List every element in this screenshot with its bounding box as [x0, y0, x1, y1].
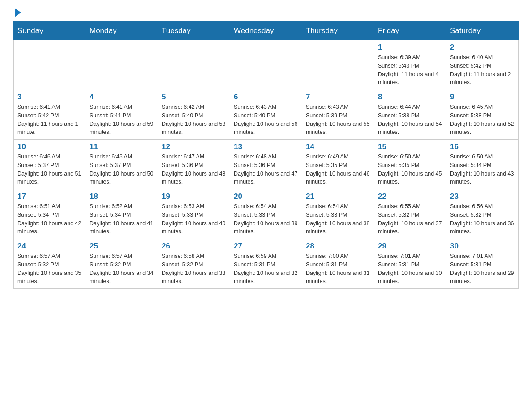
day-cell: 10Sunrise: 6:46 AM Sunset: 5:37 PM Dayli…	[14, 140, 86, 189]
weekday-header-wednesday: Wednesday	[230, 22, 302, 40]
day-cell: 1Sunrise: 6:39 AM Sunset: 5:43 PM Daylig…	[374, 40, 446, 90]
day-info: Sunrise: 6:43 AM Sunset: 5:40 PM Dayligh…	[234, 103, 298, 137]
day-info: Sunrise: 6:44 AM Sunset: 5:38 PM Dayligh…	[378, 103, 442, 137]
day-number: 23	[450, 192, 515, 201]
day-cell: 15Sunrise: 6:50 AM Sunset: 5:35 PM Dayli…	[374, 140, 446, 189]
weekday-header-row: SundayMondayTuesdayWednesdayThursdayFrid…	[14, 22, 519, 40]
weekday-header-thursday: Thursday	[302, 22, 374, 40]
day-number: 4	[90, 93, 154, 102]
day-cell: 8Sunrise: 6:44 AM Sunset: 5:38 PM Daylig…	[374, 90, 446, 140]
day-number: 18	[90, 192, 154, 201]
day-info: Sunrise: 6:43 AM Sunset: 5:39 PM Dayligh…	[306, 103, 370, 137]
day-cell: 27Sunrise: 6:59 AM Sunset: 5:31 PM Dayli…	[230, 239, 302, 289]
day-number: 14	[306, 142, 370, 151]
day-info: Sunrise: 6:56 AM Sunset: 5:32 PM Dayligh…	[450, 202, 515, 236]
day-number: 3	[17, 93, 82, 102]
day-number: 6	[234, 93, 298, 102]
day-cell: 5Sunrise: 6:42 AM Sunset: 5:40 PM Daylig…	[158, 90, 230, 140]
day-cell: 29Sunrise: 7:01 AM Sunset: 5:31 PM Dayli…	[374, 239, 446, 289]
day-info: Sunrise: 6:40 AM Sunset: 5:42 PM Dayligh…	[450, 53, 515, 87]
logo-arrow-icon	[15, 8, 21, 17]
day-info: Sunrise: 6:46 AM Sunset: 5:37 PM Dayligh…	[17, 153, 82, 186]
day-cell: 18Sunrise: 6:52 AM Sunset: 5:34 PM Dayli…	[86, 189, 158, 239]
weekday-header-tuesday: Tuesday	[158, 22, 230, 40]
day-info: Sunrise: 6:58 AM Sunset: 5:32 PM Dayligh…	[162, 252, 226, 286]
day-cell: 11Sunrise: 6:46 AM Sunset: 5:37 PM Dayli…	[86, 140, 158, 189]
day-info: Sunrise: 6:57 AM Sunset: 5:32 PM Dayligh…	[90, 252, 154, 286]
day-cell: 19Sunrise: 6:53 AM Sunset: 5:33 PM Dayli…	[158, 189, 230, 239]
day-number: 26	[162, 242, 226, 251]
day-number: 7	[306, 93, 370, 102]
day-info: Sunrise: 6:54 AM Sunset: 5:33 PM Dayligh…	[306, 202, 370, 236]
day-number: 9	[450, 93, 515, 102]
day-cell: 17Sunrise: 6:51 AM Sunset: 5:34 PM Dayli…	[14, 189, 86, 239]
day-number: 1	[378, 43, 442, 52]
calendar-table: SundayMondayTuesdayWednesdayThursdayFrid…	[13, 21, 519, 289]
day-number: 27	[234, 242, 298, 251]
week-row-3: 10Sunrise: 6:46 AM Sunset: 5:37 PM Dayli…	[14, 140, 519, 189]
day-number: 15	[378, 142, 442, 151]
day-info: Sunrise: 7:00 AM Sunset: 5:31 PM Dayligh…	[306, 252, 370, 286]
day-info: Sunrise: 7:01 AM Sunset: 5:31 PM Dayligh…	[450, 252, 515, 286]
day-number: 21	[306, 192, 370, 201]
day-number: 10	[17, 142, 82, 151]
day-cell: 25Sunrise: 6:57 AM Sunset: 5:32 PM Dayli…	[86, 239, 158, 289]
day-info: Sunrise: 6:39 AM Sunset: 5:43 PM Dayligh…	[378, 53, 442, 87]
logo	[13, 9, 21, 17]
day-number: 19	[162, 192, 226, 201]
day-cell: 3Sunrise: 6:41 AM Sunset: 5:42 PM Daylig…	[14, 90, 86, 140]
day-cell: 21Sunrise: 6:54 AM Sunset: 5:33 PM Dayli…	[302, 189, 374, 239]
day-info: Sunrise: 6:41 AM Sunset: 5:42 PM Dayligh…	[17, 103, 82, 137]
day-cell	[86, 40, 158, 90]
weekday-header-sunday: Sunday	[14, 22, 86, 40]
day-cell: 16Sunrise: 6:50 AM Sunset: 5:34 PM Dayli…	[446, 140, 519, 189]
day-number: 12	[162, 142, 226, 151]
day-cell: 7Sunrise: 6:43 AM Sunset: 5:39 PM Daylig…	[302, 90, 374, 140]
day-cell	[230, 40, 302, 90]
day-info: Sunrise: 6:48 AM Sunset: 5:36 PM Dayligh…	[234, 153, 298, 186]
day-info: Sunrise: 7:01 AM Sunset: 5:31 PM Dayligh…	[378, 252, 442, 286]
page-header	[13, 9, 519, 17]
day-info: Sunrise: 6:57 AM Sunset: 5:32 PM Dayligh…	[17, 252, 82, 286]
day-cell: 6Sunrise: 6:43 AM Sunset: 5:40 PM Daylig…	[230, 90, 302, 140]
day-number: 22	[378, 192, 442, 201]
day-number: 25	[90, 242, 154, 251]
day-info: Sunrise: 6:46 AM Sunset: 5:37 PM Dayligh…	[90, 153, 154, 186]
day-info: Sunrise: 6:51 AM Sunset: 5:34 PM Dayligh…	[17, 202, 82, 236]
day-info: Sunrise: 6:41 AM Sunset: 5:41 PM Dayligh…	[90, 103, 154, 137]
day-number: 16	[450, 142, 515, 151]
day-info: Sunrise: 6:55 AM Sunset: 5:32 PM Dayligh…	[378, 202, 442, 236]
day-info: Sunrise: 6:42 AM Sunset: 5:40 PM Dayligh…	[162, 103, 226, 137]
day-number: 13	[234, 142, 298, 151]
day-info: Sunrise: 6:47 AM Sunset: 5:36 PM Dayligh…	[162, 153, 226, 186]
day-cell: 22Sunrise: 6:55 AM Sunset: 5:32 PM Dayli…	[374, 189, 446, 239]
day-info: Sunrise: 6:45 AM Sunset: 5:38 PM Dayligh…	[450, 103, 515, 137]
weekday-header-friday: Friday	[374, 22, 446, 40]
week-row-4: 17Sunrise: 6:51 AM Sunset: 5:34 PM Dayli…	[14, 189, 519, 239]
day-info: Sunrise: 6:59 AM Sunset: 5:31 PM Dayligh…	[234, 252, 298, 286]
day-info: Sunrise: 6:53 AM Sunset: 5:33 PM Dayligh…	[162, 202, 226, 236]
day-cell: 28Sunrise: 7:00 AM Sunset: 5:31 PM Dayli…	[302, 239, 374, 289]
day-cell: 14Sunrise: 6:49 AM Sunset: 5:35 PM Dayli…	[302, 140, 374, 189]
day-info: Sunrise: 6:50 AM Sunset: 5:34 PM Dayligh…	[450, 153, 515, 186]
day-number: 2	[450, 43, 515, 52]
day-info: Sunrise: 6:54 AM Sunset: 5:33 PM Dayligh…	[234, 202, 298, 236]
day-cell: 9Sunrise: 6:45 AM Sunset: 5:38 PM Daylig…	[446, 90, 519, 140]
day-cell: 26Sunrise: 6:58 AM Sunset: 5:32 PM Dayli…	[158, 239, 230, 289]
day-info: Sunrise: 6:50 AM Sunset: 5:35 PM Dayligh…	[378, 153, 442, 186]
week-row-1: 1Sunrise: 6:39 AM Sunset: 5:43 PM Daylig…	[14, 40, 519, 90]
weekday-header-saturday: Saturday	[446, 22, 519, 40]
day-cell: 4Sunrise: 6:41 AM Sunset: 5:41 PM Daylig…	[86, 90, 158, 140]
day-cell	[302, 40, 374, 90]
day-cell: 12Sunrise: 6:47 AM Sunset: 5:36 PM Dayli…	[158, 140, 230, 189]
day-info: Sunrise: 6:49 AM Sunset: 5:35 PM Dayligh…	[306, 153, 370, 186]
weekday-header-monday: Monday	[86, 22, 158, 40]
day-number: 28	[306, 242, 370, 251]
day-number: 29	[378, 242, 442, 251]
day-cell: 20Sunrise: 6:54 AM Sunset: 5:33 PM Dayli…	[230, 189, 302, 239]
week-row-5: 24Sunrise: 6:57 AM Sunset: 5:32 PM Dayli…	[14, 239, 519, 289]
day-cell	[14, 40, 86, 90]
day-cell: 23Sunrise: 6:56 AM Sunset: 5:32 PM Dayli…	[446, 189, 519, 239]
day-number: 8	[378, 93, 442, 102]
day-number: 30	[450, 242, 515, 251]
